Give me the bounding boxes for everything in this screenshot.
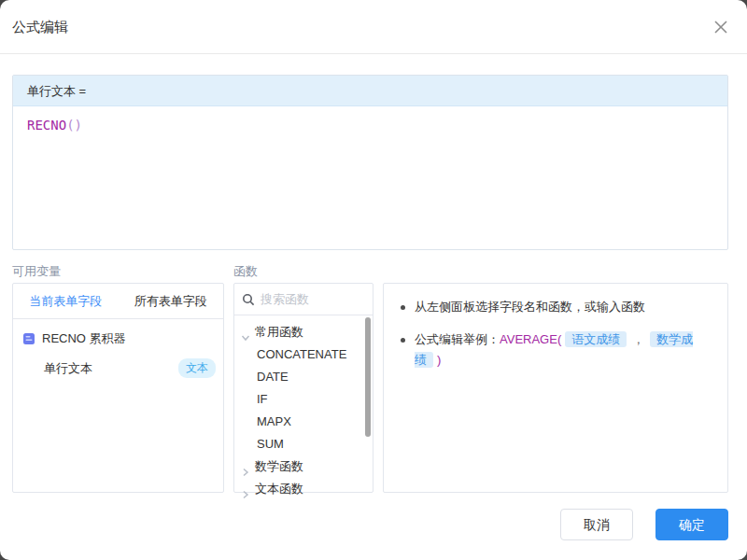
tree-item-concatenate[interactable]: CONCATENATE bbox=[234, 343, 373, 366]
function-search-row bbox=[234, 284, 373, 315]
formula-code-area[interactable]: RECNO() bbox=[13, 106, 727, 249]
scrollbar-thumb[interactable] bbox=[365, 317, 371, 437]
tree-item-label: CONCATENATE bbox=[257, 343, 346, 366]
chevron-right-icon bbox=[241, 462, 250, 471]
tree-item-date[interactable]: DATE bbox=[234, 366, 373, 388]
chevron-right-icon bbox=[241, 484, 250, 494]
formula-function-name: RECNO bbox=[27, 118, 66, 133]
tips-panel: 从左侧面板选择字段名和函数，或输入函数 公式编辑举例：AVERAGE(语文成绩，… bbox=[383, 283, 728, 493]
variables-panel: 当前表单字段 所有表单字段 RECNO 累积器 单行文本 文本 bbox=[12, 283, 224, 493]
tree-item-label: IF bbox=[257, 388, 268, 411]
variables-section-label: 可用变量 bbox=[12, 263, 61, 280]
formula-parens: () bbox=[66, 118, 82, 133]
tree-item-sum[interactable]: SUM bbox=[234, 433, 373, 455]
example-function-close: ) bbox=[437, 353, 441, 367]
form-icon bbox=[22, 332, 35, 345]
example-field-chip-1: 语文成绩 bbox=[565, 331, 627, 347]
tree-group-label: 文本函数 bbox=[255, 478, 303, 500]
tree-group-math-functions[interactable]: 数学函数 bbox=[234, 455, 373, 478]
formula-target-label: 单行文本 = bbox=[13, 76, 727, 106]
formula-edit-dialog: 公式编辑 单行文本 = RECNO() 可用变量 函数 当前表单字段 所有表单字… bbox=[0, 0, 747, 560]
tip-example-prefix: 公式编辑举例： bbox=[415, 332, 500, 346]
cancel-button[interactable]: 取消 bbox=[560, 509, 633, 540]
tree-group-label: 数学函数 bbox=[255, 455, 303, 478]
variable-field-row[interactable]: 单行文本 文本 bbox=[13, 351, 223, 382]
function-tree: 常用函数 CONCATENATE DATE IF MAPX SUM 数学函数 文… bbox=[234, 315, 373, 506]
tree-item-if[interactable]: IF bbox=[234, 388, 373, 411]
tree-item-label: MAPX bbox=[257, 411, 291, 433]
variable-group-row[interactable]: RECNO 累积器 bbox=[13, 319, 223, 351]
tab-all-form-fields[interactable]: 所有表单字段 bbox=[119, 284, 224, 318]
example-function-open: AVERAGE( bbox=[500, 332, 561, 346]
functions-panel: 常用函数 CONCATENATE DATE IF MAPX SUM 数学函数 文… bbox=[233, 283, 374, 493]
search-icon bbox=[242, 293, 255, 306]
tree-item-mapx[interactable]: MAPX bbox=[234, 411, 373, 433]
variable-field-label: 单行文本 bbox=[44, 360, 92, 377]
variable-group-label: RECNO 累积器 bbox=[42, 330, 126, 347]
formula-editor: 单行文本 = RECNO() bbox=[12, 75, 728, 250]
chevron-down-icon bbox=[241, 328, 250, 337]
functions-section-label: 函数 bbox=[233, 263, 258, 280]
tab-current-form-fields[interactable]: 当前表单字段 bbox=[13, 284, 119, 318]
tree-group-label: 常用函数 bbox=[255, 321, 303, 343]
field-type-badge: 文本 bbox=[178, 358, 216, 378]
tip-text: 从左侧面板选择字段名和函数，或输入函数 bbox=[415, 297, 645, 317]
bullet-icon bbox=[401, 338, 405, 343]
tree-group-text-functions[interactable]: 文本函数 bbox=[234, 478, 373, 500]
tip-row-2: 公式编辑举例：AVERAGE(语文成绩，数学成绩) bbox=[399, 329, 712, 371]
tip-row-1: 从左侧面板选择字段名和函数，或输入函数 bbox=[399, 297, 712, 317]
dialog-title: 公式编辑 bbox=[12, 0, 68, 54]
tree-group-common-functions[interactable]: 常用函数 bbox=[234, 321, 373, 343]
tree-item-label: DATE bbox=[257, 366, 289, 388]
bullet-icon bbox=[401, 305, 405, 310]
confirm-button[interactable]: 确定 bbox=[655, 509, 728, 540]
example-separator: ， bbox=[632, 332, 644, 346]
tree-item-label: SUM bbox=[257, 433, 284, 455]
close-icon[interactable] bbox=[712, 18, 730, 36]
dialog-header: 公式编辑 bbox=[0, 0, 747, 54]
variables-tabs: 当前表单字段 所有表单字段 bbox=[13, 284, 223, 319]
function-search-input[interactable] bbox=[261, 292, 365, 306]
tip-example: 公式编辑举例：AVERAGE(语文成绩，数学成绩) bbox=[415, 329, 712, 371]
